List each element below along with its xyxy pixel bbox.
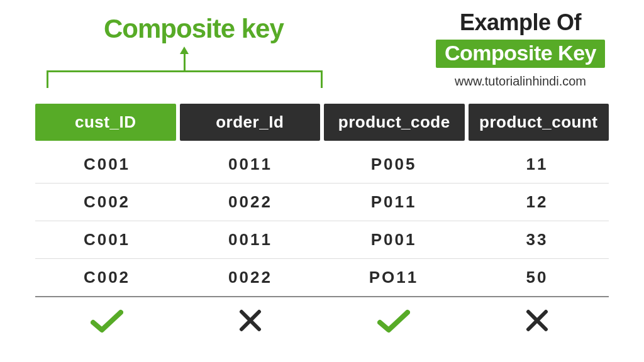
cell-order-id: 0022 [179,259,322,296]
cell-product-code: P001 [322,221,465,258]
cell-product-code: P011 [322,184,465,221]
cross-icon [465,309,609,336]
cell-cust-id: C002 [35,184,179,221]
cell-order-id: 0011 [179,146,322,183]
data-table: cust_ID order_Id product_code product_co… [35,104,609,336]
header-right: Example Of Composite Key www.tutorialinh… [436,9,605,89]
cell-product-count: 33 [465,221,609,258]
composite-key-badge: Composite Key [436,40,605,68]
table-row: C002 0022 PO11 50 [35,259,609,297]
cell-order-id: 0011 [179,221,322,258]
col-header-cust-id: cust_ID [35,104,176,141]
table-row: C001 0011 P005 11 [35,146,609,184]
col-header-product-count: product_count [469,104,609,141]
col-header-product-code: product_code [324,104,465,141]
composite-key-title: Composite key [104,14,284,44]
col-header-order-id: order_Id [180,104,321,141]
column-status-row [35,309,609,336]
example-of-label: Example Of [436,9,605,36]
table-row: C002 0022 P011 12 [35,184,609,221]
cell-cust-id: C001 [35,146,179,183]
website-url: www.tutorialinhindi.com [436,74,605,89]
cell-cust-id: C001 [35,221,179,258]
table-header-row: cust_ID order_Id product_code product_co… [35,104,609,141]
cell-cust-id: C002 [35,259,179,296]
cell-product-code: P005 [322,146,465,183]
cell-product-code: PO11 [322,259,465,296]
cell-product-count: 12 [465,184,609,221]
cell-product-count: 50 [465,259,609,296]
composite-key-bracket [47,49,330,93]
check-icon [322,309,465,336]
cross-icon [179,309,322,336]
cell-order-id: 0022 [179,184,322,221]
table-row: C001 0011 P001 33 [35,221,609,259]
cell-product-count: 11 [465,146,609,183]
check-icon [35,309,179,336]
table-body: C001 0011 P005 11 C002 0022 P011 12 C001… [35,146,609,297]
